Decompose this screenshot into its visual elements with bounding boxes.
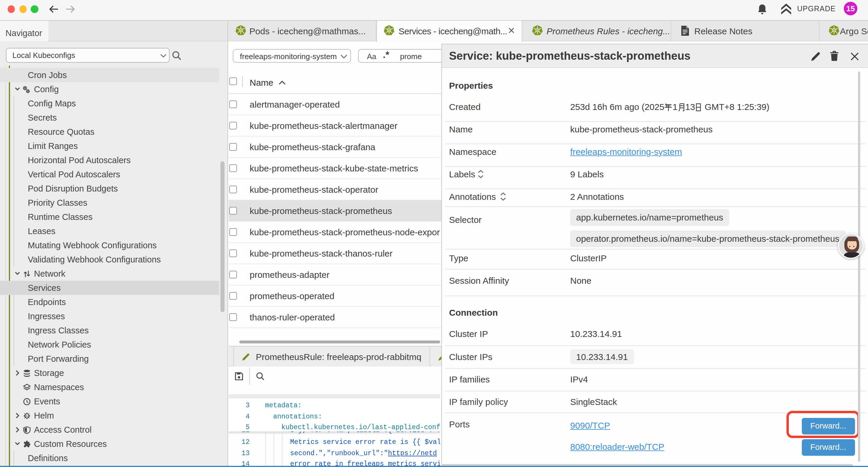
svg-text:HELM: HELM: [24, 415, 30, 417]
